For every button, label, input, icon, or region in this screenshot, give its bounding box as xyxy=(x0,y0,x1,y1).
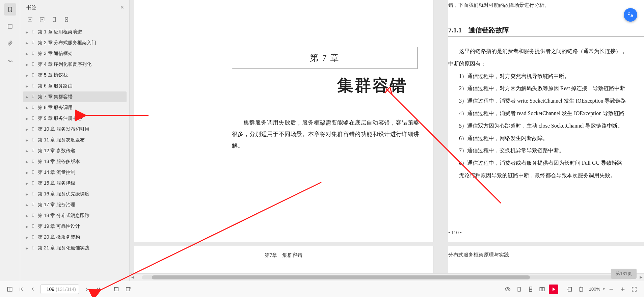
zoom-dropdown-icon[interactable]: ▼ xyxy=(602,287,606,291)
page-right: 错，下面我们就对可能的故障场景进行分析。 7.1.1 通信链路故障 这里的链路指… xyxy=(448,0,644,242)
continuous-icon[interactable] xyxy=(526,285,535,294)
bookmark-label: 第 12 章 参数传递 xyxy=(38,148,75,154)
bookmark-item[interactable]: ▶第 8 章 服务调用 xyxy=(23,102,127,113)
bookmark-icon xyxy=(31,245,36,251)
fit-width-icon[interactable] xyxy=(565,285,574,294)
scrollbar-thumb[interactable] xyxy=(152,275,530,279)
bookmark-icon xyxy=(31,159,36,165)
bookmark-icon xyxy=(31,94,36,100)
svg-rect-14 xyxy=(580,287,583,291)
bookmark-item[interactable]: ▶第 1 章 应用框架演进 xyxy=(23,27,127,37)
bookmark-item[interactable]: ▶第 15 章 服务降级 xyxy=(23,178,127,189)
panel-toggle-icon[interactable] xyxy=(5,285,15,294)
svg-rect-13 xyxy=(568,287,572,291)
bookmark-icon xyxy=(31,191,36,197)
single-page-icon[interactable] xyxy=(514,285,524,294)
chevron-right-icon: ▶ xyxy=(26,149,29,153)
bookmarks-panel: 书签 × ▶第 1 章 应用框架演进▶第 2 章 分布式服务框架入门▶第 3 章… xyxy=(20,0,130,281)
bookmark-item[interactable]: ▶第 5 章 协议栈 xyxy=(23,70,127,81)
thumbnails-tab-icon[interactable] xyxy=(4,20,16,32)
translate-float-button[interactable] xyxy=(624,8,637,22)
chevron-right-icon: ▶ xyxy=(26,41,29,45)
collapse-all-icon[interactable] xyxy=(38,16,46,23)
fit-page-icon[interactable] xyxy=(576,285,586,294)
chevron-right-icon: ▶ xyxy=(26,106,29,110)
bookmark-item[interactable]: ▶第 16 章 服务优先级调度 xyxy=(23,189,127,199)
bookmark-outline-icon[interactable] xyxy=(51,16,58,23)
scroll-left-arrow-icon[interactable]: ◀ xyxy=(130,275,136,279)
svg-rect-12 xyxy=(542,287,544,291)
bookmark-icon xyxy=(31,73,36,78)
next-page-icon[interactable] xyxy=(82,285,91,294)
expand-all-icon[interactable] xyxy=(26,16,34,23)
rotate-ccw-icon[interactable] xyxy=(112,285,121,294)
chevron-right-icon: ▶ xyxy=(26,74,29,77)
close-panel-icon[interactable]: × xyxy=(120,4,124,11)
bookmark-label: 第 21 章 服务化最佳实践 xyxy=(38,245,89,251)
bookmark-label: 第 3 章 通信框架 xyxy=(38,51,73,57)
bookmark-item[interactable]: ▶第 18 章 分布式消息跟踪 xyxy=(23,210,127,221)
bookmark-item[interactable]: ▶第 11 章 服务灰度发布 xyxy=(23,135,127,145)
chevron-right-icon: ▶ xyxy=(26,52,29,56)
two-page-icon[interactable] xyxy=(537,285,547,294)
page-float-label: 第131页 xyxy=(611,269,637,279)
zoom-out-icon[interactable] xyxy=(607,285,616,294)
last-page-icon[interactable] xyxy=(93,285,103,294)
page-input-wrap: (131/314) xyxy=(41,285,79,294)
scrollbar-track[interactable] xyxy=(142,275,632,279)
bottom-toolbar: (131/314) 100% ▼ xyxy=(0,281,644,297)
bookmark-label: 第 16 章 服务优先级调度 xyxy=(38,191,89,197)
right-top-line: 错，下面我们就对可能的故障场景进行分析。 xyxy=(448,2,549,8)
bookmark-icon xyxy=(31,116,36,122)
bookmark-remove-icon[interactable] xyxy=(63,16,70,23)
attachments-tab-icon[interactable] xyxy=(4,37,16,49)
bookmark-icon xyxy=(31,62,36,68)
bookmark-label: 第 4 章 序列化和反序列化 xyxy=(38,61,91,68)
bookmark-item[interactable]: ▶第 13 章 服务多版本 xyxy=(23,156,127,167)
bookmark-label: 第 20 章 微服务架构 xyxy=(38,234,80,240)
bookmark-label: 第 13 章 服务多版本 xyxy=(38,159,80,165)
zoom-in-icon[interactable] xyxy=(618,285,627,294)
bookmark-icon xyxy=(31,170,36,176)
bookmark-item[interactable]: ▶第 2 章 分布式服务框架入门 xyxy=(23,37,127,48)
bookmark-item[interactable]: ▶第 6 章 服务路由 xyxy=(23,81,127,91)
bookmark-item[interactable]: ▶第 17 章 服务治理 xyxy=(23,199,127,210)
chevron-right-icon: ▶ xyxy=(26,128,29,131)
prev-page-icon[interactable] xyxy=(28,285,37,294)
bookmark-item[interactable]: ▶第 10 章 服务发布和引用 xyxy=(23,124,127,135)
eye-protect-icon[interactable] xyxy=(503,285,512,294)
signature-tab-icon[interactable] xyxy=(4,54,16,66)
bookmark-item[interactable]: ▶第 4 章 序列化和反序列化 xyxy=(23,59,127,70)
bookmark-item[interactable]: ▶第 9 章 服务注册中心 xyxy=(23,113,127,124)
document-viewport[interactable]: 第 7 章 集群容错 集群服务调用失败后，服务框架需要能够在底层自动容错，容错策… xyxy=(130,0,644,281)
bookmark-item[interactable]: ▶第 21 章 服务化最佳实践 xyxy=(23,243,127,253)
svg-point-7 xyxy=(507,288,509,290)
chevron-right-icon: ▶ xyxy=(26,117,29,120)
fullscreen-icon[interactable] xyxy=(629,285,639,294)
svg-rect-9 xyxy=(529,287,532,289)
bookmark-item[interactable]: ▶第 19 章 可靠性设计 xyxy=(23,221,127,232)
bookmark-label: 第 9 章 服务注册中心 xyxy=(38,115,82,122)
chevron-right-icon: ▶ xyxy=(26,84,29,88)
bookmark-item[interactable]: ▶第 14 章 流量控制 xyxy=(23,167,127,178)
bookmark-label: 第 14 章 流量控制 xyxy=(38,169,75,176)
chevron-right-icon: ▶ xyxy=(26,171,29,174)
play-slideshow-icon[interactable] xyxy=(549,285,558,294)
bookmark-label: 第 18 章 分布式消息跟踪 xyxy=(38,213,89,219)
panel-toolbar xyxy=(20,14,129,27)
page-number-input[interactable] xyxy=(41,287,56,292)
bookmarks-tab-icon[interactable] xyxy=(4,3,16,16)
bookmark-item[interactable]: ▶第 3 章 通信框架 xyxy=(23,48,127,59)
bookmark-label: 第 6 章 服务路由 xyxy=(38,83,73,89)
rotate-cw-icon[interactable] xyxy=(123,285,133,294)
scroll-right-arrow-icon[interactable]: ▶ xyxy=(638,275,644,279)
bookmark-item[interactable]: ▶第 12 章 参数传递 xyxy=(23,145,127,156)
bookmark-item[interactable]: ▶第 7 章 集群容错 xyxy=(23,91,127,102)
horizontal-scrollbar[interactable]: ◀ ▶ xyxy=(130,273,644,281)
section-711-heading: 7.1.1 通信链路故障 xyxy=(448,26,509,35)
first-page-icon[interactable] xyxy=(17,285,26,294)
bookmark-item[interactable]: ▶第 20 章 微服务架构 xyxy=(23,232,127,243)
bookmark-label: 第 8 章 服务调用 xyxy=(38,105,73,111)
chevron-right-icon: ▶ xyxy=(26,192,29,196)
bookmark-icon xyxy=(31,137,36,143)
